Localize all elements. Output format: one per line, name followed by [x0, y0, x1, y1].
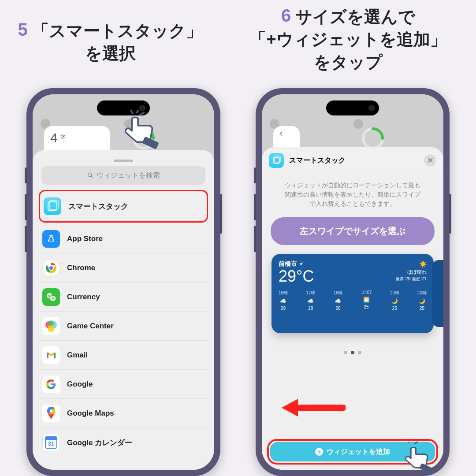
chrome-icon	[42, 259, 60, 277]
phone-step5: − − 4 水 ⚡ ウィジェットを検索 スマートスタック	[26, 88, 220, 476]
step5-line2: を選択	[0, 42, 220, 65]
list-label: Google	[67, 380, 93, 389]
smart-stack-icon	[269, 153, 284, 168]
swipe-left-arrow-icon	[279, 397, 346, 419]
day-num: 4	[279, 130, 283, 138]
svg-text:¥: ¥	[52, 297, 54, 301]
list-item-appstore[interactable]: App Store	[39, 224, 208, 253]
list-item-gamecenter[interactable]: Game Center	[39, 312, 208, 341]
svg-point-2	[88, 173, 92, 177]
list-label: Chrome	[67, 264, 95, 272]
list-item-google[interactable]: Google	[39, 370, 208, 399]
plus-icon: +	[315, 448, 323, 456]
location-icon	[299, 262, 303, 266]
list-item-gmail[interactable]: Gmail	[39, 341, 208, 370]
step5-line1: 「スマートスタック」	[32, 22, 203, 40]
sheet-description: ウィジェットが自動的にローテーションして最も 関連性の高い情報を表示したり、簡単…	[268, 181, 437, 208]
step6-number: 6	[281, 6, 291, 25]
step6-line3: をタップ	[220, 51, 476, 74]
widget-size-sheet: ウィジェットが自動的にローテーションして最も 関連性の高い情報を表示したり、簡単…	[262, 150, 443, 470]
list-label: Google Maps	[67, 409, 114, 418]
step6-line2: 「+ウィジェットを追加」	[220, 28, 476, 51]
hi-val: 29	[405, 276, 410, 281]
add-widget-highlight: + ウィジェットを追加	[267, 439, 438, 465]
hi-label: 最高	[396, 277, 404, 281]
googlemaps-icon	[42, 405, 60, 422]
svg-point-15	[50, 409, 52, 412]
day-label: 水	[60, 133, 66, 141]
sheet-title: スマートスタック	[289, 156, 346, 165]
desc-line: で入れ替えることもできます。	[268, 199, 437, 208]
list-label: Currency	[67, 293, 100, 301]
list-label: App Store	[67, 234, 103, 243]
power-button	[220, 194, 222, 234]
weather-condition: ☀️ ほぼ晴れ 最高 29 最低 21	[396, 260, 427, 282]
add-widget-button[interactable]: + ウィジェットを追加	[270, 442, 435, 461]
smart-stack-icon	[44, 197, 61, 215]
svg-rect-17	[45, 437, 57, 440]
list-label: Game Center	[67, 322, 114, 331]
volume-down	[254, 226, 256, 252]
list-item-googlecalendar[interactable]: 31 Google カレンダー	[39, 428, 208, 457]
widget-picker-sheet: ウィジェットを検索 スマートスタック App Store Chrome	[33, 150, 214, 470]
widget-preview-carousel[interactable]: 前橋市 29°C ☀️ ほぼ晴れ 最高 29 最低 21	[271, 254, 434, 333]
search-input[interactable]: ウィジェットを検索	[41, 166, 205, 185]
volume-down	[25, 226, 27, 252]
dynamic-island	[326, 100, 379, 115]
next-card-peek	[432, 260, 443, 327]
sheet-grabber[interactable]	[114, 160, 133, 162]
weather-temp: 29°C	[279, 267, 314, 286]
volume-up	[25, 194, 27, 220]
search-placeholder: ウィジェットを検索	[97, 171, 160, 180]
step6-line1: サイズを選んで	[295, 7, 415, 26]
appstore-icon	[42, 230, 60, 248]
currency-icon: $¥	[42, 288, 60, 306]
dynamic-island	[97, 100, 150, 115]
battery-widget-bg: ⚡	[130, 125, 157, 152]
gmail-icon	[42, 346, 60, 364]
power-button	[449, 194, 451, 234]
list-item-chrome[interactable]: Chrome	[39, 253, 208, 283]
mute-switch	[25, 167, 27, 183]
list-label: Google カレンダー	[67, 438, 132, 448]
screen-left: − − 4 水 ⚡ ウィジェットを検索 スマートスタック	[33, 94, 214, 470]
add-widget-label: ウィジェットを追加	[327, 447, 390, 457]
svg-marker-21	[282, 399, 298, 416]
day-num: 4	[50, 130, 58, 145]
swipe-tip-pill: 左スワイプでサイズを選ぶ	[271, 217, 435, 245]
sheet-header: スマートスタック ✕	[262, 147, 443, 174]
svg-text:$: $	[48, 294, 51, 298]
googlecalendar-icon: 31	[42, 434, 60, 451]
list-label: Gmail	[67, 351, 88, 360]
search-icon	[87, 172, 94, 179]
lo-label: 最低	[412, 277, 420, 281]
svg-point-6	[49, 266, 53, 270]
camera-dot	[139, 105, 145, 111]
step5-caption: 5「スマートスタック」 を選択	[0, 18, 220, 65]
gamecenter-icon	[42, 317, 60, 335]
screen-right: − − 4 スマートスタック ✕ ウィジェットが自動的にローテーションして最も …	[262, 94, 443, 470]
page-indicator	[268, 351, 437, 354]
svg-text:31: 31	[48, 440, 54, 447]
svg-point-14	[48, 320, 54, 326]
close-button[interactable]: ✕	[424, 154, 436, 167]
lo-val: 21	[421, 276, 427, 281]
camera-dot	[368, 105, 375, 111]
desc-line: ウィジェットが自動的にローテーションして最も	[268, 181, 437, 190]
cond-label: ほぼ晴れ	[396, 269, 427, 275]
mute-switch	[254, 167, 256, 183]
list-item-currency[interactable]: $¥ Currency	[39, 283, 208, 312]
svg-line-3	[91, 176, 93, 178]
list-label: スマートスタック	[68, 201, 128, 212]
volume-up	[254, 194, 256, 220]
weather-widget-preview: 前橋市 29°C ☀️ ほぼ晴れ 最高 29 最低 21	[271, 254, 434, 333]
svg-point-13	[48, 325, 55, 332]
hourly-forecast: 16時☁️29 17時☁️28 18時☁️26 18:07🌅25 19時🌙25 …	[279, 290, 427, 311]
svg-text:⚡: ⚡	[140, 135, 148, 142]
step5-number: 5	[18, 20, 27, 39]
desc-line: 関連性の高い情報を表示したり、簡単にスワイプ	[268, 190, 437, 199]
phone-step6: − − 4 スマートスタック ✕ ウィジェットが自動的にローテーションして最も …	[256, 88, 450, 476]
step6-caption: 6サイズを選んで 「+ウィジェットを追加」 をタップ	[220, 4, 476, 74]
list-item-smart-stack[interactable]: スマートスタック	[39, 190, 208, 223]
list-item-googlemaps[interactable]: Google Maps	[39, 399, 208, 428]
